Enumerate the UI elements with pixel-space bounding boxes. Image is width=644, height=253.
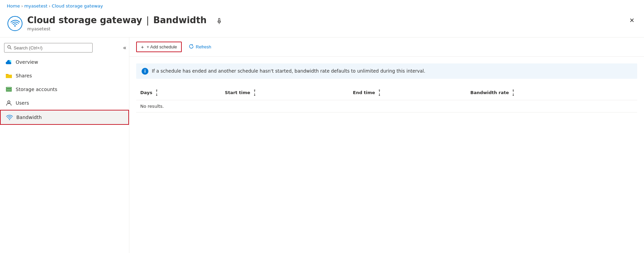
wifi-circle-icon: [7, 16, 22, 31]
sidebar-item-bandwidth[interactable]: Bandwidth: [0, 110, 129, 125]
header-title-section: Bandwidth: [153, 15, 207, 25]
col-days[interactable]: Days ↑↓: [136, 86, 221, 100]
svg-point-5: [10, 60, 11, 62]
content-area: + + Add schedule Refresh i If a schedule…: [129, 38, 644, 253]
sidebar: « Overview Shares: [0, 38, 129, 253]
bandwidth-table: Days ↑↓ Start time ↑↓ End time ↑↓ Band: [136, 86, 637, 113]
person-icon: [5, 100, 12, 106]
breadcrumb: Home › myasetest › Cloud storage gateway: [0, 0, 644, 12]
svg-point-10: [9, 119, 10, 120]
pin-button[interactable]: [215, 17, 224, 26]
add-schedule-label: + Add schedule: [147, 44, 177, 49]
sort-arrows-bw: ↑↓: [512, 89, 515, 96]
sort-arrows-days: ↑↓: [155, 89, 158, 96]
svg-point-9: [8, 101, 10, 103]
wifi-nav-icon: [6, 114, 13, 121]
svg-rect-6: [6, 87, 12, 88]
header-title-group: Cloud storage gateway | Bandwidth myaset…: [27, 15, 224, 31]
search-input[interactable]: [14, 45, 90, 50]
sidebar-item-bandwidth-label: Bandwidth: [16, 115, 42, 120]
sort-arrows-start: ↑↓: [253, 89, 256, 96]
sidebar-item-users[interactable]: Users: [0, 96, 129, 110]
search-icon: [7, 45, 12, 50]
breadcrumb-current[interactable]: Cloud storage gateway: [52, 3, 103, 9]
refresh-button[interactable]: Refresh: [184, 42, 216, 52]
svg-rect-7: [6, 89, 12, 90]
breadcrumb-sep2: ›: [49, 4, 50, 9]
info-icon: i: [142, 68, 148, 75]
sidebar-item-overview[interactable]: Overview: [0, 55, 129, 69]
table-container: Days ↑↓ Start time ↑↓ End time ↑↓ Band: [136, 86, 637, 113]
no-results-row: No results.: [136, 100, 637, 113]
breadcrumb-home[interactable]: Home: [7, 3, 20, 9]
refresh-label: Refresh: [196, 44, 211, 49]
col-end-time[interactable]: End time ↑↓: [349, 86, 466, 100]
collapse-sidebar-button[interactable]: «: [120, 43, 129, 52]
sidebar-item-storage-accounts[interactable]: Storage accounts: [0, 83, 129, 96]
header-title-main: Cloud storage gateway: [27, 15, 142, 25]
main-layout: « Overview Shares: [0, 38, 644, 253]
header-title: Cloud storage gateway | Bandwidth: [27, 15, 224, 26]
col-start-time[interactable]: Start time ↑↓: [221, 86, 349, 100]
sidebar-item-overview-label: Overview: [16, 59, 38, 65]
plus-icon: +: [141, 44, 144, 49]
sort-arrows-end: ↑↓: [378, 89, 381, 96]
toolbar: + + Add schedule Refresh: [129, 38, 644, 57]
database-icon: [5, 86, 12, 93]
add-schedule-button[interactable]: + + Add schedule: [136, 42, 182, 52]
page-header: Cloud storage gateway | Bandwidth myaset…: [0, 12, 644, 38]
breadcrumb-myasetest[interactable]: myasetest: [24, 3, 47, 9]
svg-line-4: [10, 48, 12, 49]
svg-point-0: [14, 25, 16, 27]
header-icon: [7, 15, 23, 32]
header-divider: |: [146, 15, 149, 25]
info-banner: i If a schedule has ended and another sc…: [136, 63, 637, 79]
search-box[interactable]: [4, 43, 93, 53]
header-pin-area: [215, 17, 224, 26]
sidebar-item-shares[interactable]: Shares: [0, 69, 129, 83]
no-results-text: No results.: [136, 100, 637, 113]
svg-rect-8: [6, 90, 12, 91]
refresh-icon: [189, 44, 194, 50]
cloud-icon: [5, 59, 12, 65]
col-bandwidth-rate[interactable]: Bandwidth rate ↑↓: [466, 86, 637, 100]
folder-icon: [5, 72, 12, 79]
sidebar-item-shares-label: Shares: [16, 73, 32, 78]
sidebar-item-users-label: Users: [16, 100, 29, 106]
close-button[interactable]: ✕: [627, 15, 637, 26]
svg-rect-1: [219, 18, 220, 21]
breadcrumb-sep1: ›: [21, 4, 23, 9]
sidebar-search-row: «: [0, 40, 129, 55]
sidebar-item-storage-accounts-label: Storage accounts: [16, 87, 57, 92]
info-banner-text: If a schedule has ended and another sche…: [152, 68, 425, 74]
header-subtitle: myasetest: [27, 26, 224, 31]
